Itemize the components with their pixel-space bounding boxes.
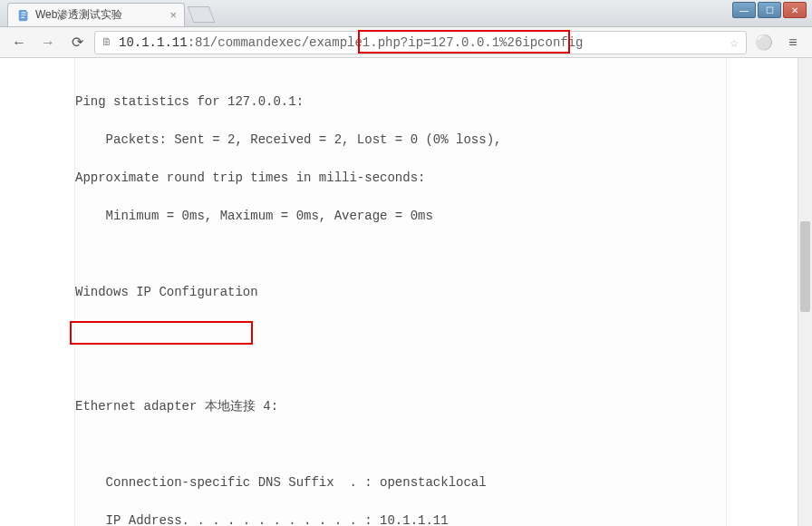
tab-title: Web渗透测试实验: [35, 7, 122, 23]
maximize-button[interactable]: ☐: [758, 2, 781, 18]
toolbar: ← → ⟳ 🗎 10.1.1.11:81/commandexec/example…: [0, 27, 812, 58]
new-tab-button[interactable]: [188, 6, 216, 23]
url-text: 10.1.1.11:81/commandexec/example1.php?ip…: [119, 35, 584, 50]
scrollbar-thumb[interactable]: [800, 221, 810, 312]
menu-button[interactable]: ≡: [781, 31, 805, 54]
menu-icon: ≡: [788, 34, 797, 51]
close-icon: ✕: [791, 5, 798, 15]
url-host: 10.1.1.11: [119, 35, 188, 50]
close-button[interactable]: ✕: [783, 2, 807, 18]
page-icon: 🗎: [101, 36, 113, 49]
url-path: :81/commandexec/example1.php?ip=127.0.0.…: [188, 35, 584, 50]
reload-button[interactable]: ⟳: [65, 31, 89, 54]
reload-icon: ⟳: [72, 34, 83, 51]
page-viewport: Ping statistics for 127.0.0.1: Packets: …: [0, 58, 812, 526]
globe-icon: ⚪: [755, 34, 773, 51]
tab-bar: Web渗透测试实验 ×: [0, 0, 812, 27]
minimize-button[interactable]: —: [732, 2, 756, 18]
browser-tab[interactable]: Web渗透测试实验 ×: [7, 3, 185, 26]
vertical-scrollbar[interactable]: [798, 58, 812, 526]
forward-icon: →: [41, 34, 55, 51]
forward-button[interactable]: →: [36, 31, 60, 54]
address-bar[interactable]: 🗎 10.1.1.11:81/commandexec/example1.php?…: [94, 31, 747, 54]
tab-favicon-icon: [17, 9, 30, 22]
back-icon: ←: [12, 34, 26, 51]
command-output: Ping statistics for 127.0.0.1: Packets: …: [75, 93, 726, 526]
minimize-icon: —: [740, 5, 749, 15]
window-controls: — ☐ ✕: [732, 2, 807, 18]
tab-close-icon[interactable]: ×: [169, 8, 177, 22]
bookmark-star-icon[interactable]: ☆: [730, 34, 739, 52]
maximize-icon: ☐: [766, 5, 774, 15]
identity-button[interactable]: ⚪: [752, 31, 776, 54]
back-button[interactable]: ←: [7, 31, 31, 54]
page-content: Ping statistics for 127.0.0.1: Packets: …: [74, 58, 727, 526]
